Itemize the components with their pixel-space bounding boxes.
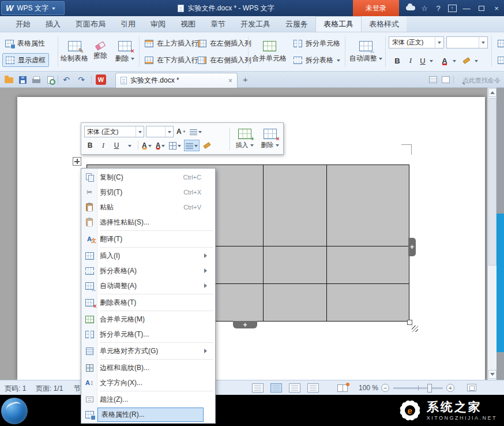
mini-italic-button[interactable]: I [97,140,109,151]
table-resize-handle[interactable] [407,320,412,325]
context-menu-item-caption[interactable]: 题注(Z)... [81,392,215,407]
eraser-button[interactable]: 擦除 [90,34,111,70]
tab-table-tools[interactable]: 表格工具 [315,16,362,32]
login-button[interactable]: 未登录 [353,0,399,16]
delete-dropdown-button[interactable]: × 删除 [112,34,137,70]
font-size-combo[interactable] [446,36,488,48]
font-color-button[interactable]: A [438,54,451,67]
cloud-sync-icon[interactable] [404,0,418,16]
mini-align-button[interactable] [184,140,200,151]
line-spacing-button[interactable] [189,126,203,137]
add-column-button[interactable]: + [408,238,416,256]
context-menu-item-insert[interactable]: 插入(I) [81,248,215,263]
context-menu-item-text-direction[interactable]: A↕ 文字方向(X)... [81,375,215,390]
show-gridlines-toggle[interactable]: 显示虚框 [2,53,49,67]
scroll-up-button[interactable] [488,88,497,97]
fullscreen-button[interactable]: ↑ [445,0,459,16]
format-painter-button[interactable] [201,140,213,151]
mini-underline-dropdown[interactable] [124,140,136,151]
favorite-icon[interactable]: ☆ [418,0,431,16]
insert-col-left-button[interactable]: 在左侧插入列 [195,36,254,50]
spellcheck-book-icon[interactable] [337,384,348,392]
close-button[interactable]: × [489,0,504,16]
mini-font-name-combo[interactable]: 宋体 (正文) [84,126,144,137]
context-menu-item-split-table[interactable]: 拆分表格(A) [81,263,215,278]
mini-font-size-combo[interactable] [146,126,174,137]
merge-cells-button[interactable]: 合并单元格 [250,34,288,70]
italic-button[interactable]: I [405,54,416,67]
underline-button[interactable]: U [418,54,428,67]
context-menu-item-autofit[interactable]: ↔ 自动调整(A) [81,278,215,293]
tab-review[interactable]: 审阅 [143,16,173,32]
close-tab-icon[interactable]: × [228,77,232,85]
mini-delete-button[interactable]: × 删除 [258,126,282,152]
insert-col-right-button[interactable]: 在右侧插入列 [195,53,254,67]
mini-borders-button[interactable] [168,140,182,151]
layout-switch-button[interactable] [441,75,451,84]
draw-table-button[interactable]: ✎ 绘制表格 [60,34,89,70]
highlight-dropdown[interactable] [473,54,480,67]
font-color-dropdown[interactable] [451,54,458,67]
mini-insert-button[interactable]: + 插入 [232,126,257,152]
mini-highlight-button[interactable]: A [141,140,153,151]
tab-cloud[interactable]: 云服务 [278,16,315,32]
undo-button[interactable]: ↶ [61,75,72,84]
tab-insert[interactable]: 插入 [38,16,68,32]
tab-view[interactable]: 视图 [173,16,203,32]
print-preview-button[interactable] [45,75,55,84]
table-move-handle[interactable] [73,157,81,166]
grow-font-button[interactable]: A+ [175,126,187,137]
table-properties-button[interactable]: 表格属性 [2,36,48,50]
zoom-out-button[interactable]: − [381,384,389,392]
diagonal-header-button[interactable] [495,36,504,50]
highlight-button[interactable] [460,54,473,67]
tab-table-style[interactable]: 表格样式 [362,16,407,32]
maximize-button[interactable] [474,0,489,16]
redo-button[interactable]: ↷ [76,75,86,84]
context-menu-item-paste[interactable]: 粘贴 Ctrl+V [81,200,215,215]
context-menu-item-table-properties[interactable]: 表格属性(R)... [81,407,215,422]
zoom-slider-thumb[interactable] [427,384,432,393]
zoom-slider-track[interactable] [393,387,443,389]
font-name-combo[interactable]: 宋体 (正文) [389,36,444,48]
find-command-box[interactable]: 点此查找命令 [462,76,501,85]
context-menu-item-cut[interactable]: ✂ 剪切(T) Ctrl+X [81,185,215,200]
tab-home[interactable]: 开始 [8,16,38,32]
context-menu-item-translate[interactable]: A文 翻译(T) [81,231,215,246]
context-menu-item-delete-table[interactable]: × 删除表格(T) [81,295,215,310]
combo-arrow[interactable] [479,37,487,48]
wps-menu-button[interactable]: W WPS 文字 [1,1,65,15]
open-button[interactable] [3,75,14,84]
context-menu-item-split-cells[interactable]: 拆分单元格(T)... [81,327,215,342]
autofit-button[interactable]: ↔ 自动调整 [347,34,384,70]
scroll-down-button[interactable] [488,370,497,379]
mini-bold-button[interactable]: B [84,140,96,151]
context-menu-item-cell-alignment[interactable]: 单元格对齐方式(G) [81,343,215,358]
tab-developer[interactable]: 开发工具 [233,16,278,32]
fit-page-button[interactable] [467,384,476,391]
insert-row-below-button[interactable]: 在下方插入行 [142,53,201,67]
start-button[interactable] [1,398,28,424]
resize-corner-icon[interactable] [412,326,418,332]
combo-arrow[interactable] [435,37,443,48]
minimize-button[interactable]: — [459,0,474,16]
view-mode-outline[interactable] [289,383,300,393]
insert-row-above-button[interactable]: 在上方插入行 [142,36,201,50]
add-row-button[interactable]: + [233,321,257,328]
tab-page-layout[interactable]: 页面布局 [68,16,113,32]
view-mode-page[interactable] [270,383,282,393]
document-tab[interactable]: 实验文件.docx * × [115,73,238,88]
context-menu-item-borders-shading[interactable]: 边框和底纹(B)... [81,360,215,375]
mini-font-color-button[interactable]: A [155,140,167,151]
help-icon[interactable]: ? [431,0,445,16]
new-tab-button[interactable]: + [243,74,248,84]
split-cells-button[interactable]: 拆分单元格 [291,36,343,50]
vertical-scrollbar[interactable] [487,88,497,380]
underline-dropdown[interactable] [428,54,435,67]
bold-button[interactable]: B [391,54,404,67]
tab-section[interactable]: 章节 [203,16,233,32]
scrollbar-thumb[interactable] [488,98,497,266]
view-mode-normal[interactable] [252,383,264,393]
tab-references[interactable]: 引用 [113,16,143,32]
more-table-button[interactable] [495,53,504,67]
